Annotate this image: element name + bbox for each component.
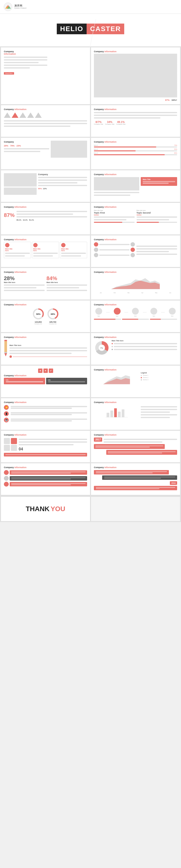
slide-24-content: 2017 (94, 437, 177, 455)
slide-2-stat2: 34%+ (172, 99, 177, 101)
slide-8-image (94, 177, 139, 190)
puzzle-2 (11, 438, 17, 444)
slide-4: Company Information 8/7% Company Stat 34… (91, 105, 180, 137)
slide-11-cards: Main titlehere Main titlehere Main title… (4, 242, 87, 258)
slide-18: Company Information Pie Main Title here (91, 333, 180, 365)
slide-24-top-text (104, 437, 177, 443)
line-2 (99, 249, 130, 250)
wifi-text-3 (11, 418, 87, 422)
slide-5-stat-3: 23% (16, 145, 21, 147)
slide-14-title: Company Information (94, 271, 177, 273)
slide-5-text (4, 148, 49, 153)
svg-rect-14 (4, 341, 7, 353)
svg-rect-25 (118, 412, 120, 417)
dot-big-2 (4, 476, 9, 481)
pie-svg: Pie (94, 340, 110, 355)
slide-25-items (4, 470, 87, 487)
slide-6-progress: Item 1 75% Item 2 50% Item 3 85% (94, 145, 177, 155)
slide-13: Company Information 28% Main title here … (1, 268, 90, 300)
slide-19-title: Company Information (4, 374, 87, 377)
pencil-svg (4, 340, 7, 357)
card-3: Main titlehere (60, 242, 87, 258)
wifi-item-3: 💻 (4, 417, 87, 423)
topic-2-text (137, 216, 177, 221)
slide-16-progress-bars (94, 318, 177, 320)
area-chart-svg (94, 372, 139, 385)
wifi-icon-3: 💻 (4, 417, 9, 423)
slide-16-title: Company Information (94, 303, 177, 306)
line-3 (99, 255, 130, 256)
slide-5-stats: 29% 79% 23% (4, 145, 49, 147)
progress-2-bg (94, 150, 177, 151)
node-4 (131, 248, 135, 252)
gauge-1-svg: 58% (32, 308, 44, 320)
circle-item-2: Item (114, 308, 120, 317)
card-2-text (33, 252, 58, 257)
slide-21-items: 📶 📱 💻 (4, 405, 87, 423)
progress-1-bg (94, 147, 177, 148)
slide-26-bubbles: 2016 (94, 470, 177, 490)
slide-15-gauge-2: 68% 185,760 Company Info (47, 308, 59, 324)
slide-3: Company Information (1, 105, 90, 137)
slide-14-chart (94, 276, 177, 290)
thank-you-section: THANK YOU (0, 496, 181, 522)
slide-8-text (94, 191, 139, 196)
slide-24: Company Information 2017 (91, 431, 180, 462)
slide-1-btn[interactable]: Read More (4, 72, 14, 74)
card-2: Main titlehere (32, 242, 59, 258)
slide-11-title: Company Information (4, 238, 87, 241)
circle-connector-1 (106, 312, 110, 312)
slide-10-topic-2: Main title here Topic Second (137, 210, 177, 223)
circle-connector-3 (143, 312, 147, 312)
tri-5 (35, 113, 42, 118)
slide-13-left: 28% Main title here (4, 275, 45, 291)
slide-15-label1: Company Info (32, 323, 44, 324)
site-name: 澳界网 (14, 4, 27, 7)
slide-26-bubble-2 (102, 475, 177, 480)
title-caster: CASTER (86, 24, 124, 34)
pb-2 (122, 318, 149, 320)
slide-2-top-images (94, 54, 177, 83)
card-1-title: Main titlehere (5, 248, 30, 251)
callout-box-3 (10, 482, 87, 486)
circle-row-2 (94, 248, 135, 252)
slide-26: Company Information 2016 (91, 463, 180, 495)
slide-25: Company Information (1, 463, 90, 495)
slide-18-content: Pie Main Title here (94, 340, 177, 356)
slide-7-left (4, 173, 37, 199)
icon-sq-1: ★ (38, 369, 42, 373)
circle-item-1: Item (95, 308, 102, 317)
slide-15-gauge-1: 58% 123,894 Company Info (32, 308, 44, 324)
card-2-title: Main titlehere (33, 248, 58, 251)
slide-17-title: Company Information (4, 336, 87, 338)
slide-7-stats: 55% 13% (38, 188, 87, 190)
slide-15-num2: 185,760 (47, 321, 59, 323)
progress-1-fill (94, 147, 156, 148)
slide-1-text (4, 56, 47, 69)
slide-23-title: Company Information (4, 434, 87, 436)
gauge-2-svg: 68% (47, 308, 59, 320)
slide-25-title: Company Information (4, 466, 87, 469)
slide-4-title: Company Information (94, 108, 177, 111)
slide-8-content: Main Title (94, 177, 177, 196)
slide-1: CompanyInformation Read More (1, 48, 90, 104)
progress-3-bg (94, 154, 177, 155)
slide-22-title: Company Information (94, 401, 177, 404)
slide-8-title: Company Information (94, 173, 177, 176)
slide-5-title: Company (4, 141, 49, 143)
slide-7: Company 55% 13% (1, 170, 90, 202)
slide-20-legend: Legend Series 1 Series 2 Series 3 (141, 372, 177, 386)
svg-text:58%: 58% (36, 313, 40, 315)
slide-2-title: Company Information (94, 50, 177, 53)
svg-rect-24 (114, 408, 117, 417)
tri-3 (20, 113, 26, 118)
site-subname: DAMAI PINBAO (14, 7, 27, 9)
slide-23-content: 04 (4, 437, 87, 452)
mini-line-1 (13, 356, 87, 357)
slide-23-highlight (4, 453, 87, 457)
slide-24-bubbles (94, 444, 177, 455)
slide-9: Company Information 87% 89.1% 13.1% 91.1… (1, 203, 90, 235)
slide-13-val1: 28% (4, 275, 45, 282)
slide-2: Company Information 87% 34%+ (91, 48, 180, 104)
card-3-icon (61, 243, 66, 247)
